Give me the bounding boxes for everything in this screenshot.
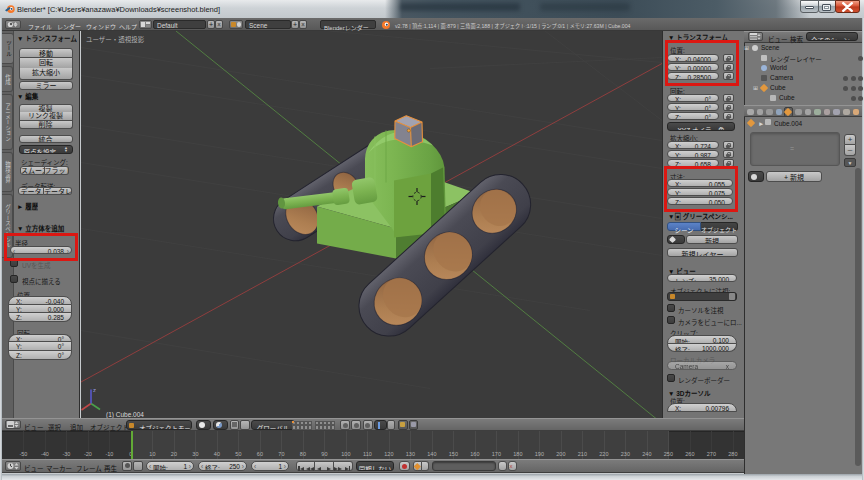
svg-text:z: z: [93, 386, 96, 392]
